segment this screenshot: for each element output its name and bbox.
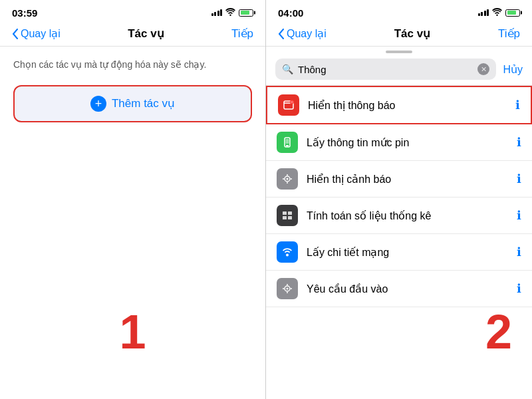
action-list: Hiển thị thông báo ℹ Lấy thông tin mức p…	[266, 86, 532, 399]
info-button-4[interactable]: ℹ	[517, 208, 521, 223]
add-action-label: Thêm tác vụ	[112, 96, 175, 110]
info-button-1[interactable]: ℹ	[515, 98, 520, 112]
right-nav-bar: Quay lại Tác vụ Tiếp	[266, 24, 532, 47]
left-status-icons	[211, 8, 254, 18]
info-button-3[interactable]: ℹ	[517, 172, 521, 186]
search-input[interactable]: Thông	[298, 64, 327, 75]
right-battery-icon	[505, 9, 520, 17]
item-label-2: Lấy thông tin mức pin	[307, 136, 511, 149]
search-clear-button[interactable]: ✕	[477, 63, 489, 75]
step-2-number: 2	[485, 305, 512, 359]
svg-point-3	[291, 101, 293, 104]
left-nav-title: Tác vụ	[128, 27, 164, 41]
svg-point-10	[287, 178, 289, 180]
svg-rect-15	[281, 209, 294, 222]
list-item-3[interactable]: Hiển thị cảnh báo ℹ	[266, 161, 532, 198]
right-back-label: Quay lại	[287, 27, 327, 40]
right-wifi-icon	[492, 8, 502, 18]
search-cancel-button[interactable]: Hủy	[503, 63, 523, 76]
left-back-label: Quay lại	[21, 27, 61, 40]
item-icon-1	[278, 94, 299, 116]
search-bar[interactable]: 🔍 Thông ✕	[275, 59, 496, 80]
info-button-5[interactable]: ℹ	[517, 245, 521, 259]
left-next-button[interactable]: Tiếp	[231, 27, 253, 41]
left-status-bar: 03:59	[0, 0, 265, 24]
list-item-1[interactable]: Hiển thị thông báo ℹ	[266, 86, 532, 124]
item-label-4: Tính toán số liệu thống kê	[307, 209, 511, 222]
list-item-2[interactable]: Lấy thông tin mức pin ℹ	[266, 124, 532, 161]
add-action-button[interactable]: + Thêm tác vụ	[13, 85, 252, 122]
list-item-6[interactable]: Yêu cầu đầu vào ℹ	[266, 271, 532, 307]
right-nav-title: Tác vụ	[394, 27, 430, 41]
description-text: Chọn các tác vụ mà tự động hóa này sẽ ch…	[13, 59, 252, 72]
right-next-button[interactable]: Tiếp	[498, 27, 520, 41]
search-icon: 🔍	[282, 64, 293, 74]
wifi-icon	[225, 8, 235, 18]
right-signal-icon	[478, 9, 489, 16]
svg-rect-18	[283, 216, 287, 219]
left-back-button[interactable]: Quay lại	[12, 27, 61, 40]
svg-point-23	[287, 288, 289, 290]
svg-rect-6	[286, 145, 289, 146]
item-icon-3	[277, 168, 298, 190]
list-item-4[interactable]: Tính toán số liệu thống kê ℹ	[266, 198, 532, 234]
right-back-button[interactable]: Quay lại	[278, 27, 327, 40]
right-status-bar: 04:00	[266, 0, 532, 24]
right-status-icons	[478, 8, 521, 18]
search-bar-container: 🔍 Thông ✕ Hủy	[266, 53, 532, 86]
plus-icon: +	[90, 96, 106, 112]
item-icon-6	[277, 278, 298, 299]
left-phone-panel: 03:59 Quay lại Tác vụ Tiếp	[0, 0, 266, 399]
item-label-5: Lấy chi tiết mạng	[307, 246, 511, 259]
info-button-2[interactable]: ℹ	[517, 135, 521, 150]
list-item-5[interactable]: Lấy chi tiết mạng ℹ	[266, 234, 532, 271]
signal-icon	[211, 9, 223, 16]
svg-rect-20	[281, 245, 294, 259]
step-1-number: 1	[119, 305, 146, 359]
right-time: 04:00	[278, 7, 303, 19]
item-icon-4	[277, 205, 298, 226]
item-label-1: Hiển thị thông báo	[308, 99, 510, 112]
svg-rect-7	[286, 139, 289, 144]
left-time: 03:59	[12, 7, 37, 19]
item-label-6: Yêu cầu đầu vào	[307, 283, 511, 295]
svg-rect-16	[283, 211, 287, 215]
battery-icon	[239, 9, 253, 17]
left-nav-bar: Quay lại Tác vụ Tiếp	[0, 24, 265, 47]
svg-rect-19	[288, 216, 292, 219]
info-button-6[interactable]: ℹ	[517, 281, 521, 296]
item-icon-2	[277, 132, 298, 153]
item-icon-5	[277, 241, 298, 263]
item-label-3: Hiển thị cảnh báo	[307, 173, 511, 186]
right-phone-panel: 04:00 Quay lại Tác vụ Tiếp	[266, 0, 532, 399]
svg-rect-17	[288, 211, 292, 215]
